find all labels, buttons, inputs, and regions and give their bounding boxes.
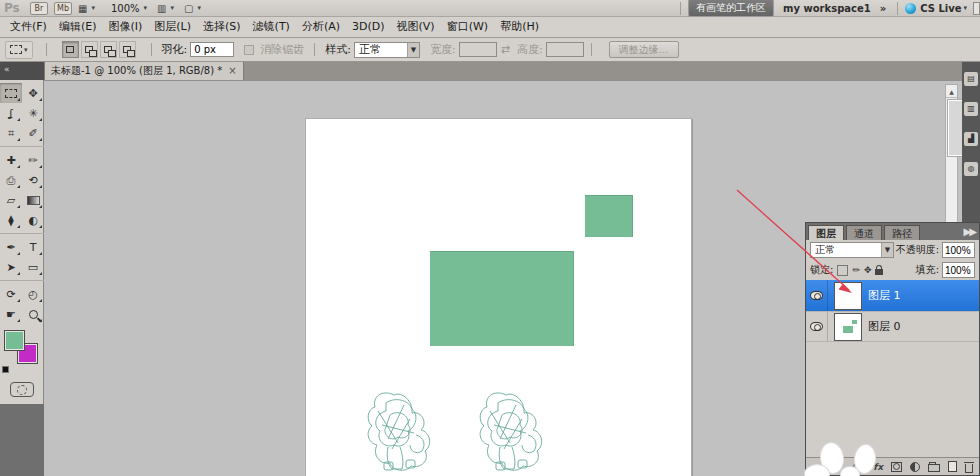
window-control-sliver	[973, 2, 980, 15]
opacity-input[interactable]	[942, 242, 975, 258]
cs-live-label: CS Live	[920, 3, 961, 14]
layer-0-thumbnail[interactable]	[834, 313, 862, 341]
tool-brush[interactable]: ✏	[22, 150, 44, 170]
tool-3d-orbit[interactable]: ◴	[22, 284, 44, 304]
tab-channels[interactable]: 通道	[846, 225, 882, 240]
tab-layers[interactable]: 图层	[808, 225, 844, 240]
antialias-checkbox[interactable]	[244, 45, 254, 55]
menu-3d[interactable]: 3D(D)	[346, 17, 391, 37]
fill-input[interactable]	[942, 262, 975, 278]
tool-zoom[interactable]	[22, 304, 44, 324]
navigator-panel-icon[interactable]: ◍	[964, 162, 978, 176]
menu-filter[interactable]: 滤镜(T)	[247, 17, 296, 37]
close-icon[interactable]: ×	[228, 66, 236, 76]
launch-mini-bridge-button[interactable]: Mb	[54, 2, 72, 15]
intersect-selection-button[interactable]	[119, 41, 136, 58]
tool-eyedropper[interactable]: ✐	[22, 123, 44, 143]
tool-pen[interactable]: ✒	[0, 237, 22, 257]
tool-preset-picker[interactable]: ▾	[5, 41, 33, 59]
panel-menu-icon[interactable]: ▶▶	[964, 226, 975, 237]
new-group-button[interactable]	[928, 464, 940, 472]
tool-clone-stamp[interactable]: ⎙	[0, 170, 22, 190]
scroll-up-icon[interactable]: ▲	[946, 85, 957, 98]
tool-rectangle-shape[interactable]: ▭	[22, 257, 44, 277]
foreground-color-swatch[interactable]	[4, 330, 25, 351]
tool-3d-rotate[interactable]: ⟳	[0, 284, 22, 304]
workspace-button-active[interactable]: 有画笔的工作区	[688, 0, 774, 17]
height-label: 高度:	[517, 42, 543, 57]
menu-select[interactable]: 选择(S)	[197, 17, 247, 37]
quick-mask-button[interactable]	[10, 382, 34, 397]
arrange-documents-button[interactable]: ▥ ▾	[157, 3, 174, 14]
zoom-level-value[interactable]: 100%	[111, 3, 140, 14]
marquee-tool-icon	[10, 45, 22, 54]
screen-mode-button[interactable]: ▢ ▾	[184, 3, 201, 14]
layer-name[interactable]: 图层 0	[868, 319, 901, 334]
tab-paths[interactable]: 路径	[884, 225, 920, 240]
menu-image[interactable]: 图像(I)	[102, 17, 148, 37]
lock-all-button[interactable]	[875, 269, 883, 275]
document-tab[interactable]: 未标题-1 @ 100% (图层 1, RGB/8) * ×	[44, 62, 244, 80]
new-selection-button[interactable]	[62, 41, 79, 58]
tool-eraser[interactable]: ▱	[0, 190, 22, 210]
workspace-button-secondary[interactable]: my workspace1	[774, 2, 880, 15]
style-label: 样式:	[325, 42, 351, 57]
visibility-toggle[interactable]	[806, 280, 828, 311]
cs-live-button[interactable]: CS Live ▾	[905, 3, 967, 14]
tool-rectangular-marquee[interactable]	[0, 83, 22, 103]
document-canvas[interactable]	[305, 118, 692, 476]
history-panel-icon[interactable]: ▥	[964, 102, 978, 116]
histogram-panel-icon[interactable]: ▟	[964, 132, 978, 146]
add-to-selection-button[interactable]	[81, 41, 98, 58]
layer-1-thumbnail[interactable]	[834, 282, 862, 310]
lock-pixels-button[interactable]: ✏	[852, 265, 860, 275]
lock-transparency-button[interactable]	[837, 265, 848, 276]
tool-move[interactable]: ✥	[22, 83, 44, 103]
menu-file[interactable]: 文件(F)	[4, 17, 53, 37]
menu-view[interactable]: 视图(V)	[391, 17, 441, 37]
tool-type[interactable]: T	[22, 237, 44, 257]
adjustment-layer-button[interactable]	[910, 462, 920, 472]
menu-layer[interactable]: 图层(L)	[148, 17, 197, 37]
tool-lasso[interactable]: ʆ	[0, 103, 22, 123]
add-layer-mask-button[interactable]	[891, 462, 902, 472]
tool-history-brush[interactable]: ⟲	[22, 170, 44, 190]
collapsed-panel-dock: ▤ ▥ ▟ ◍	[962, 62, 980, 224]
menu-edit[interactable]: 编辑(E)	[53, 17, 103, 37]
delete-layer-button[interactable]	[965, 464, 973, 473]
tool-gradient[interactable]	[22, 190, 44, 210]
tool-magic-wand[interactable]: ✳	[22, 103, 44, 123]
feather-input[interactable]	[190, 42, 234, 57]
tool-path-selection[interactable]: ➤	[0, 257, 22, 277]
menu-window[interactable]: 窗口(W)	[441, 17, 494, 37]
layer-name[interactable]: 图层 1	[868, 288, 901, 303]
tool-spot-healing-brush[interactable]: ✚	[0, 150, 22, 170]
toolbox-collapse-button[interactable]: «	[0, 62, 44, 80]
lock-position-button[interactable]: ✥	[864, 265, 872, 275]
subtract-from-selection-button[interactable]	[100, 41, 117, 58]
divider	[0, 277, 44, 281]
mini-bridge-panel-icon[interactable]: ▤	[964, 72, 978, 86]
thumbnail-rect-large	[843, 326, 853, 333]
visibility-toggle[interactable]	[806, 312, 828, 341]
launch-bridge-button[interactable]: Br	[30, 2, 48, 15]
layer-row-1[interactable]: 图层 1	[806, 280, 979, 311]
default-colors-icon[interactable]	[2, 366, 9, 373]
menu-help[interactable]: 帮助(H)	[494, 17, 545, 37]
tool-dodge[interactable]: ◐	[22, 210, 44, 230]
chevron-down-icon: ▾	[198, 4, 202, 12]
layers-empty-area	[806, 342, 979, 457]
tool-grid: ✥ ʆ ✳ ⌗ ✐ ✚ ✏ ⎙ ⟲ ▱ ⧫ ◐ ✒ T ➤ ▭ ⟳ ◴ ☛	[0, 83, 43, 324]
view-extras-button[interactable]: ▦ ▾	[78, 3, 95, 14]
style-dropdown[interactable]: 正常 ▼	[354, 42, 420, 58]
layer-row-0[interactable]: 图层 0	[806, 311, 979, 342]
workspace-overflow-button[interactable]: »	[880, 3, 886, 14]
zoom-level-control[interactable]: 100% ▾	[105, 3, 147, 14]
tool-blur[interactable]: ⧫	[0, 210, 22, 230]
blend-mode-value: 正常	[815, 243, 835, 257]
tool-crop[interactable]: ⌗	[0, 123, 22, 143]
menu-analysis[interactable]: 分析(A)	[296, 17, 346, 37]
new-layer-button[interactable]	[948, 461, 957, 472]
tool-hand[interactable]: ☛	[0, 304, 22, 324]
blend-mode-dropdown[interactable]: 正常 ▼	[810, 242, 894, 258]
